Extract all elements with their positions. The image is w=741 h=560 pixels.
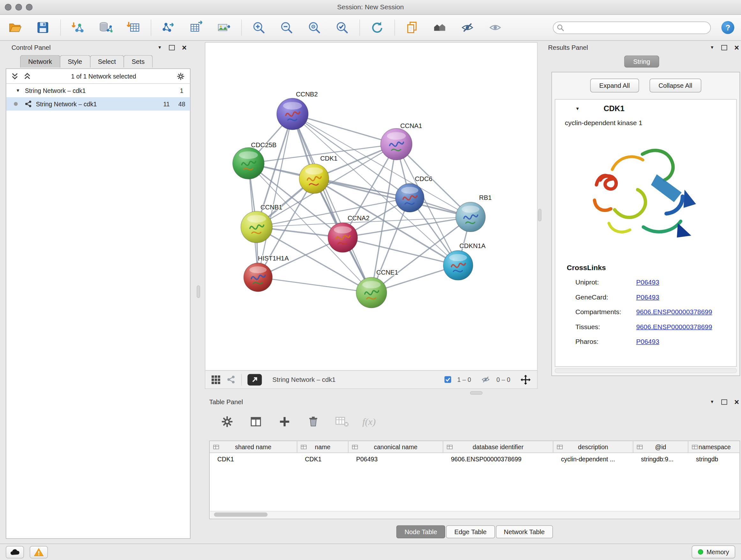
network-options-gear-icon[interactable] — [176, 71, 185, 81]
first-neighbors-button[interactable] — [431, 19, 448, 36]
zoom-selected-button[interactable] — [334, 19, 350, 36]
function-builder-button[interactable]: f(x) — [362, 416, 376, 427]
crosslink-value-link[interactable]: P06493 — [636, 293, 659, 300]
crosslink-value-link[interactable]: P06493 — [636, 278, 659, 286]
expand-all-button[interactable]: Expand All — [590, 78, 639, 92]
table-settings-button[interactable] — [219, 414, 235, 430]
warnings-button[interactable] — [30, 546, 48, 558]
results-scrollbar[interactable] — [555, 368, 737, 373]
copy-document-button[interactable] — [404, 19, 420, 36]
add-column-button[interactable] — [276, 414, 293, 430]
collapse-all-icon[interactable] — [11, 72, 19, 80]
crosslink-value-link[interactable]: 9606.ENSP00000378699 — [636, 308, 712, 315]
tab-sets[interactable]: Sets — [124, 55, 153, 68]
network-node-CCNB1[interactable] — [241, 211, 273, 243]
results-panel-float-icon[interactable] — [722, 45, 727, 50]
memory-button[interactable]: Memory — [692, 546, 735, 559]
collapse-all-button[interactable]: Collapse All — [650, 78, 701, 92]
import-network-database-button[interactable] — [97, 19, 114, 36]
column-header--id[interactable]: @id — [633, 441, 689, 453]
column-header-shared-name[interactable]: shared name — [210, 441, 297, 453]
table-panel-menu-icon[interactable]: ▼ — [710, 399, 714, 404]
network-edge[interactable] — [293, 114, 372, 293]
control-panel-float-icon[interactable] — [169, 45, 175, 50]
tab-style[interactable]: Style — [60, 55, 90, 68]
search-input[interactable] — [553, 21, 711, 34]
table-scrollbar[interactable] — [210, 511, 739, 518]
network-node-CCNB2[interactable] — [277, 98, 308, 130]
cloud-status-button[interactable] — [6, 546, 24, 558]
tab-network-table[interactable]: Network Table — [495, 525, 553, 538]
hidden-eye-slash-icon[interactable] — [481, 375, 491, 384]
gene-disclosure-icon[interactable]: ▼ — [576, 106, 580, 111]
column-header-database-identifier[interactable]: database identifier — [443, 441, 553, 453]
table-row[interactable]: CDK1CDK1P064939606.ENSP00000378699cyclin… — [210, 453, 740, 465]
crosslink-value-link[interactable]: 9606.ENSP00000378699 — [636, 322, 712, 330]
network-edge[interactable] — [258, 114, 293, 277]
tab-node-table[interactable]: Node Table — [396, 525, 445, 538]
import-network-file-button[interactable] — [70, 19, 86, 36]
tab-network[interactable]: Network — [20, 55, 60, 68]
network-graph[interactable]: CCNB2CCNA1CDC25BCDK1CDC6RB1CCNB1CCNA2CDK… — [205, 43, 537, 370]
zoom-fit-button[interactable] — [306, 19, 322, 36]
network-selected-status: 1 of 1 Network selected — [31, 72, 177, 80]
network-node-CDC6[interactable] — [395, 184, 424, 212]
right-splitter-grip[interactable] — [538, 209, 542, 221]
table-scrollbar-thumb[interactable] — [214, 512, 268, 517]
save-session-button[interactable] — [35, 19, 51, 36]
open-session-button[interactable] — [7, 19, 23, 36]
crosslink-value-link[interactable]: P06493 — [636, 337, 659, 345]
gene-description: cyclin-dependent kinase 1 — [565, 119, 736, 126]
selected-checkbox-icon[interactable] — [444, 376, 452, 383]
zoom-out-button[interactable] — [278, 19, 294, 36]
pan-move-icon[interactable] — [520, 374, 531, 385]
tab-select[interactable]: Select — [90, 55, 124, 68]
column-header-description[interactable]: description — [553, 441, 633, 453]
export-image-button[interactable] — [215, 19, 232, 36]
results-panel-menu-icon[interactable]: ▼ — [710, 45, 714, 50]
control-panel-close-icon[interactable]: × — [182, 44, 187, 52]
network-node-CDKN1A[interactable] — [443, 251, 473, 280]
network-node-CCNE1[interactable] — [356, 277, 387, 308]
grid-view-icon[interactable] — [211, 375, 221, 384]
table-panel-close-icon[interactable]: × — [734, 398, 739, 406]
help-button[interactable]: ? — [722, 21, 735, 34]
control-panel-menu-icon[interactable]: ▼ — [158, 45, 162, 50]
results-panel-close-icon[interactable]: × — [734, 44, 739, 52]
expand-all-icon[interactable] — [23, 72, 31, 80]
collection-disclosure-icon[interactable]: ▼ — [16, 88, 20, 93]
network-node-CCNA1[interactable] — [381, 128, 412, 160]
export-table-button[interactable] — [188, 19, 204, 36]
export-network-button[interactable] — [160, 19, 176, 36]
table-panel-float-icon[interactable] — [722, 399, 727, 405]
column-header-canonical-name[interactable]: canonical name — [348, 441, 443, 453]
refresh-layout-button[interactable] — [368, 19, 385, 36]
network-edge[interactable] — [258, 277, 372, 293]
crosslink-row: Tissues:9606.ENSP00000378699 — [555, 319, 736, 334]
column-header-namespace[interactable]: namespace — [688, 441, 740, 453]
tab-string[interactable]: String — [624, 56, 659, 68]
network-collection-row[interactable]: ▼ String Network – cdk1 1 — [6, 84, 190, 98]
network-node-CDK1[interactable] — [299, 164, 329, 193]
network-edge[interactable] — [293, 114, 397, 144]
toolbar-separator — [360, 19, 360, 36]
clear-table-button[interactable] — [334, 414, 350, 430]
show-columns-button[interactable] — [248, 414, 264, 430]
delete-column-button[interactable] — [305, 414, 321, 430]
network-node-CDC25B[interactable] — [232, 147, 264, 179]
tab-edge-table[interactable]: Edge Table — [446, 525, 495, 538]
show-all-button[interactable] — [487, 19, 503, 36]
network-node-RB1[interactable] — [456, 202, 485, 232]
network-view-share-icon[interactable] — [226, 375, 236, 384]
zoom-in-button[interactable] — [251, 19, 267, 36]
open-in-window-button[interactable] — [248, 374, 262, 385]
bottom-splitter-grip[interactable] — [470, 391, 482, 395]
hide-selected-button[interactable] — [459, 19, 475, 36]
import-table-button[interactable] — [125, 19, 141, 36]
network-node-CCNA2[interactable] — [328, 223, 358, 253]
left-splitter-grip[interactable] — [197, 286, 200, 298]
network-node-HIST1H1A[interactable] — [244, 263, 273, 292]
import-table-icon — [126, 21, 140, 35]
network-row-selected[interactable]: String Network – cdk1 11 48 — [6, 98, 190, 111]
column-header-name[interactable]: name — [297, 441, 349, 453]
